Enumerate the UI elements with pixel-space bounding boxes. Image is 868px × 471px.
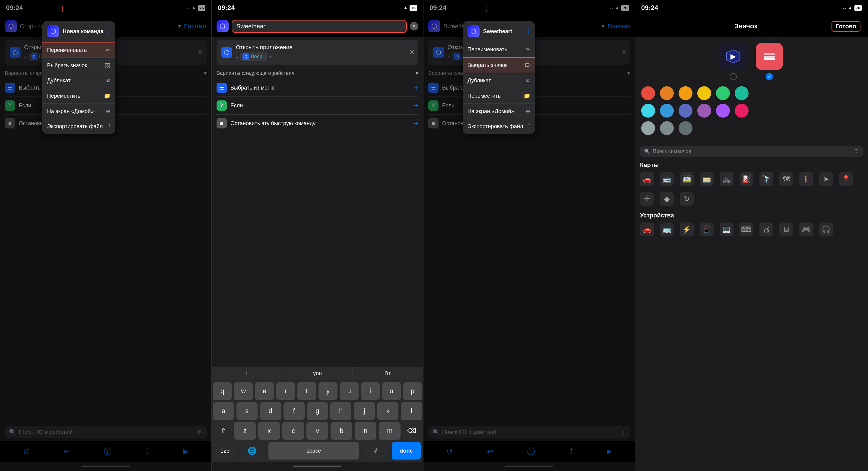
color-gray-dark[interactable] — [679, 121, 692, 135]
add-icon-2-0[interactable]: + — [414, 84, 418, 92]
key-r[interactable]: r — [276, 382, 295, 400]
key-s[interactable]: s — [237, 402, 257, 420]
symbol-printer[interactable]: 🖨 — [760, 223, 773, 237]
app-icon-2[interactable]: ⬡ — [217, 20, 228, 32]
dropdown-item-home-3[interactable]: На экран «Домой» ⊕ — [463, 104, 535, 119]
key-y[interactable]: y — [318, 382, 337, 400]
key-w[interactable]: w — [234, 382, 253, 400]
symbol-navigate[interactable]: ➤ — [819, 172, 833, 186]
radio-unselected-4[interactable] — [730, 73, 737, 80]
key-num[interactable]: 123 — [214, 442, 236, 460]
key-space[interactable]: space — [269, 442, 359, 460]
dropdown-item-export-3[interactable]: Экспортировать файл ⤴ — [463, 119, 535, 134]
symbol-train[interactable]: 🚃 — [700, 172, 714, 186]
symbol-rotate[interactable]: ↻ — [680, 192, 694, 206]
symbol-walk[interactable]: 🚶 — [799, 172, 813, 186]
dropdown-item-move-1[interactable]: Переместить 📁 — [42, 88, 115, 104]
key-t[interactable]: t — [298, 382, 316, 400]
add-icon-2-2[interactable]: + — [414, 119, 418, 128]
symbol-bike[interactable]: 🚲 — [720, 172, 734, 186]
symbol-search-4[interactable]: 🔍 Поиск символов 🎙 — [640, 146, 863, 157]
color-yellow[interactable] — [697, 86, 711, 100]
symbol-phone[interactable]: 📱 — [700, 223, 714, 237]
symbol-bus[interactable]: 🚌 — [660, 172, 674, 186]
color-blue[interactable] — [660, 104, 674, 118]
icon-picker-done-4[interactable]: Готово — [832, 21, 861, 32]
sug-word-1[interactable]: you — [282, 367, 353, 380]
radio-selected-4[interactable]: ✓ — [766, 73, 773, 80]
color-light-blue[interactable] — [641, 104, 655, 118]
key-e[interactable]: e — [255, 382, 274, 400]
key-h[interactable]: h — [330, 402, 351, 420]
dropdown-item-icon-1[interactable]: Выбрать значок 🖼 — [42, 58, 115, 73]
name-input-2[interactable] — [231, 20, 407, 33]
key-shift[interactable]: ⇧ — [215, 422, 231, 440]
clear-icon-2[interactable]: ✕ — [410, 22, 418, 30]
dropdown-item-export-1[interactable]: Экспортировать файл ⤴ — [42, 119, 115, 134]
symbol-car-dev[interactable]: 🚗 — [640, 223, 654, 237]
symbol-pin[interactable]: 📍 — [839, 172, 853, 186]
symbol-keyboard[interactable]: ⌨ — [740, 223, 753, 237]
key-d[interactable]: d — [260, 402, 281, 420]
key-z[interactable]: z — [234, 422, 256, 440]
key-backspace[interactable]: ⌫ — [403, 422, 420, 440]
color-indigo[interactable] — [679, 104, 692, 118]
color-red[interactable] — [641, 86, 655, 100]
symbol-binoculars[interactable]: 🔭 — [760, 172, 773, 186]
symbol-gamepad[interactable]: 🎮 — [799, 223, 813, 237]
dropdown-item-home-1[interactable]: На экран «Домой» ⊕ — [42, 104, 115, 119]
key-mic[interactable]: 🎙 — [365, 442, 386, 460]
close-icon-2[interactable]: ✕ — [409, 49, 415, 56]
color-teal[interactable] — [735, 86, 749, 100]
key-i[interactable]: i — [361, 382, 380, 400]
key-u[interactable]: u — [340, 382, 359, 400]
sug-word-0[interactable]: I — [212, 367, 282, 380]
suggestion-item-2-1[interactable]: Y Если + — [217, 97, 418, 115]
symbol-lightning[interactable]: ⚡ — [680, 223, 694, 237]
symbol-mic-icon-4[interactable]: 🎙 — [854, 149, 859, 154]
color-lavender[interactable] — [716, 104, 730, 118]
symbol-diamond[interactable]: ◆ — [660, 192, 674, 206]
key-v[interactable]: v — [306, 422, 328, 440]
symbol-crosshair[interactable]: ✛ — [640, 192, 654, 206]
key-n[interactable]: n — [355, 422, 376, 440]
share-icon-1[interactable]: ⤴ — [107, 27, 111, 35]
key-c[interactable]: c — [282, 422, 304, 440]
symbol-bus-dev[interactable]: 🚌 — [660, 223, 674, 237]
key-k[interactable]: k — [377, 402, 398, 420]
symbol-trolley[interactable]: 🚎 — [680, 172, 694, 186]
key-q[interactable]: q — [213, 382, 231, 400]
icon-preview-pink-4[interactable] — [756, 43, 783, 70]
share-icon-3[interactable]: ⤴ — [527, 27, 530, 35]
dropdown-item-rename-1[interactable]: Переименовать ✏ — [42, 42, 115, 58]
key-o[interactable]: o — [382, 382, 401, 400]
color-gray-mid[interactable] — [660, 121, 674, 135]
key-b[interactable]: b — [331, 422, 352, 440]
key-j[interactable]: j — [354, 402, 375, 420]
symbol-map[interactable]: 🗺 — [779, 172, 793, 186]
key-l[interactable]: l — [401, 402, 422, 420]
icon-preview-dark-4[interactable]: ▶ — [720, 43, 747, 70]
color-orange[interactable] — [660, 86, 674, 100]
symbol-headphones[interactable]: 🎧 — [819, 223, 833, 237]
dropdown-item-dup-3[interactable]: Дубликат ⧉ — [463, 73, 535, 88]
key-f[interactable]: f — [283, 402, 305, 420]
symbol-car[interactable]: 🚗 — [640, 172, 654, 186]
color-green[interactable] — [716, 86, 730, 100]
key-p[interactable]: p — [403, 382, 422, 400]
key-a[interactable]: a — [213, 402, 234, 420]
symbol-gas[interactable]: ⛽ — [740, 172, 753, 186]
sug-word-2[interactable]: I'm — [353, 367, 423, 380]
color-pink[interactable] — [735, 104, 749, 118]
add-icon-2-1[interactable]: + — [414, 101, 418, 110]
suggestion-item-2-2[interactable]: ■ Остановить эту быструю команду + — [217, 115, 418, 132]
section-chevron-2[interactable]: ▾ — [415, 70, 418, 76]
suggestion-item-2-0[interactable]: ☰ Выбрать из меню + — [217, 79, 418, 97]
symbol-monitor[interactable]: 🖥 — [779, 223, 793, 237]
dropdown-item-move-3[interactable]: Переместить 📁 — [463, 88, 535, 104]
key-x[interactable]: x — [258, 422, 280, 440]
key-m[interactable]: m — [379, 422, 401, 440]
symbol-laptop[interactable]: 💻 — [720, 223, 734, 237]
color-amber[interactable] — [679, 86, 692, 100]
color-gray-light[interactable] — [641, 121, 655, 135]
